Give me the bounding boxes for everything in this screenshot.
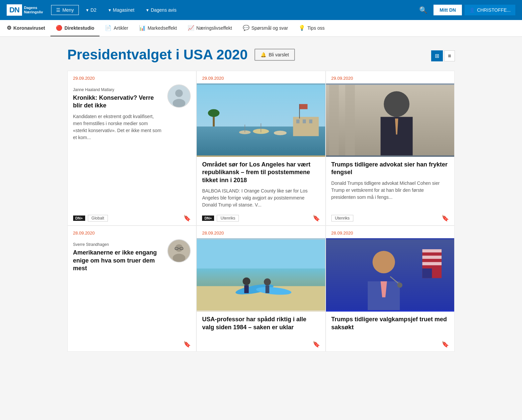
article-date: 29.09.2020 — [68, 71, 196, 83]
svg-rect-36 — [244, 285, 248, 293]
svg-point-45 — [372, 251, 395, 273]
user-account-button[interactable]: 👤 CHRISTOFFE... — [465, 5, 515, 15]
svg-point-37 — [264, 279, 271, 286]
article-image — [326, 83, 455, 157]
article-footer: DN+ Globalt 🔖 — [68, 211, 196, 225]
hamburger-icon: ☰ — [56, 7, 60, 13]
subnav-koronaviruset[interactable]: ⚙ Koronaviruset — [7, 20, 50, 36]
list-view-button[interactable]: ≡ — [444, 50, 455, 61]
author-avatar — [167, 239, 191, 263]
chart-icon: 📊 — [139, 25, 146, 31]
subnav-tips[interactable]: 💡 Tips oss — [293, 20, 330, 36]
search-icon: 🔍 — [419, 6, 427, 14]
article-card[interactable]: 28.09.2020 Sverre Strandhagen Amerikaner… — [67, 226, 197, 352]
bookmark-button[interactable]: 🔖 — [442, 341, 449, 348]
svg-rect-17 — [300, 104, 308, 109]
article-image — [197, 238, 325, 312]
bookmark-button[interactable]: 🔖 — [183, 215, 191, 222]
author-avatar-container — [167, 84, 191, 108]
bookmark-button[interactable]: 🔖 — [442, 215, 449, 222]
lightbulb-icon: 💡 — [299, 25, 305, 31]
article-excerpt: BALBOA ISLAND: I Orange County like sør … — [202, 187, 320, 208]
article-footer: 🔖 — [326, 337, 455, 351]
svg-rect-41 — [422, 249, 442, 253]
broadcast-icon: 🔴 — [56, 25, 62, 31]
article-title: USA-professor har spådd riktig i alle va… — [202, 316, 320, 331]
svg-rect-19 — [329, 85, 339, 155]
article-card[interactable]: 29.09.2020 — [196, 71, 326, 226]
article-card[interactable]: 29.09.2020 Janne Haaland Matlary Kronikk… — [67, 71, 197, 226]
bookmark-button[interactable]: 🔖 — [183, 341, 191, 348]
article-footer: DN+ Utenriks 🔖 — [197, 211, 325, 225]
category-badge: Utenriks — [331, 215, 353, 222]
article-card[interactable]: 28.09.2020 — [326, 226, 455, 352]
svg-point-7 — [274, 131, 287, 135]
article-date: 28.09.2020 — [68, 226, 196, 238]
bookmark-button[interactable]: 🔖 — [313, 215, 320, 222]
grid-view-button[interactable]: ⊞ — [431, 50, 443, 61]
article-card[interactable]: 29.09.2020 — [326, 71, 455, 226]
article-date: 28.09.2020 — [326, 226, 455, 238]
articles-grid: 29.09.2020 Janne Haaland Matlary Kronikk… — [67, 71, 455, 352]
article-title: Trumps tidligere valgkampsjef truet med … — [331, 316, 449, 331]
article-date: 28.09.2020 — [197, 226, 325, 238]
svg-rect-15 — [309, 119, 313, 123]
virus-icon: ⚙ — [7, 25, 11, 31]
chevron-down-icon: ▾ — [109, 7, 111, 13]
magasinet-button[interactable]: ▾ Magasinet — [104, 5, 139, 15]
bookmark-button[interactable]: 🔖 — [313, 341, 320, 348]
svg-point-48 — [397, 283, 402, 288]
article-footer: Utenriks 🔖 — [326, 211, 455, 225]
article-image — [326, 238, 455, 312]
article-author: Janne Haaland Matlary — [73, 87, 163, 92]
article-date: 29.09.2020 — [197, 71, 325, 83]
subnav-sporsmal[interactable]: 💬 Spørsmål og svar — [237, 20, 294, 36]
svg-rect-20 — [345, 85, 355, 155]
svg-rect-44 — [422, 269, 432, 278]
page-title: Presidentvalget i USA 2020 — [67, 47, 248, 63]
svg-rect-43 — [422, 262, 442, 266]
subnav-markedseffekt[interactable]: 📊 Markedseffekt — [134, 20, 182, 36]
sub-navigation: ⚙ Koronaviruset 🔴 Direktestudio 📄 Artikl… — [0, 20, 522, 37]
article-footer: 🔖 — [68, 337, 196, 351]
article-excerpt: Donald Trumps tidligere advokat Michael … — [331, 180, 449, 201]
bell-icon: 🔔 — [260, 52, 266, 57]
mitt-dn-button[interactable]: Mitt DN — [433, 5, 462, 15]
d2-button[interactable]: ▾ D2 — [81, 5, 101, 15]
category-badge: Globalt — [88, 215, 108, 222]
subnav-direktestudio[interactable]: 🔴 Direktestudio — [50, 20, 100, 36]
subnav-artikler[interactable]: 📄 Artikler — [100, 20, 134, 36]
category-badge: Utenriks — [217, 215, 239, 222]
view-toggle-group: ⊞ ≡ — [431, 50, 455, 61]
logo-tagline: Dagens Næringsliv — [24, 6, 43, 14]
article-title: Trumps tidligere advokat sier han frykte… — [331, 161, 449, 176]
subnav-naeringslivseffekt[interactable]: 📈 Næringslivseffekt — [182, 20, 237, 36]
svg-point-35 — [243, 278, 250, 285]
article-title: Amerikanerne er ikke engang enige om hva… — [73, 249, 163, 272]
svg-rect-38 — [266, 286, 270, 293]
article-card[interactable]: 28.09.2020 — [196, 226, 326, 352]
svg-point-2 — [173, 99, 185, 107]
list-icon: ≡ — [448, 53, 451, 59]
article-date: 29.09.2020 — [326, 71, 455, 83]
search-button[interactable]: 🔍 — [416, 4, 431, 16]
dn-plus-badge: DN+ — [73, 216, 85, 221]
svg-point-21 — [384, 91, 409, 117]
article-image — [197, 83, 325, 157]
chevron-down-icon: ▾ — [86, 7, 89, 13]
logo[interactable]: DN Dagens Næringsliv — [7, 4, 43, 16]
article-title: Området sør for Los Angeles har vært rep… — [202, 161, 320, 184]
svg-rect-14 — [303, 119, 306, 123]
chat-icon: 💬 — [243, 25, 249, 31]
varslet-button[interactable]: 🔔 Bli varslet — [254, 49, 295, 61]
svg-point-26 — [173, 254, 185, 263]
grid-icon: ⊞ — [435, 53, 439, 59]
articles-icon: 📄 — [105, 25, 112, 31]
top-navigation: DN Dagens Næringsliv ☰ Meny ▾ D2 ▾ Magas… — [0, 0, 522, 20]
dn-plus-badge: DN+ — [202, 216, 214, 221]
svg-rect-42 — [422, 256, 442, 259]
article-author: Sverre Strandhagen — [73, 242, 163, 247]
meny-button[interactable]: ☰ Meny — [51, 5, 79, 15]
author-avatar — [167, 84, 191, 108]
dagens-avis-button[interactable]: ▾ Dagens avis — [142, 5, 181, 15]
